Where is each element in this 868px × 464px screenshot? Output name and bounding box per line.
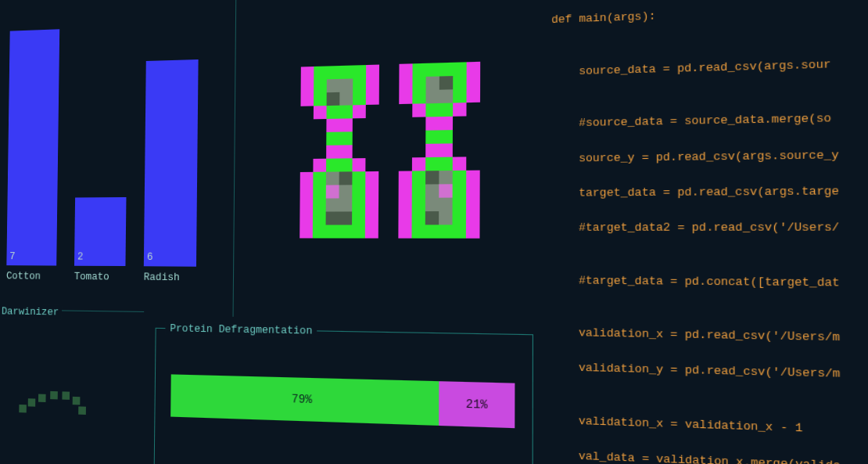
code-editor[interactable]: if torch.c def main(args): source_data =… (551, 0, 868, 464)
code-line (551, 307, 868, 312)
chromosome-pair-icon (299, 62, 480, 239)
darwinizer-panel: Darwinizer (0, 309, 144, 464)
svg-rect-2 (38, 394, 46, 402)
code-line: validation_x = validation_x - 1 (551, 412, 868, 444)
svg-rect-4 (62, 391, 70, 400)
protein-seg-b-label: 21% (466, 397, 488, 412)
bar-cotton: 7 Cotton (6, 29, 61, 282)
code-line: source_data = pd.read_csv(args.sour (551, 52, 868, 81)
protein-bar: 79% 21% (170, 374, 515, 428)
protein-segment-a: 79% (170, 374, 439, 426)
spiral-icon (12, 349, 102, 431)
code-line (551, 88, 868, 98)
code-line: source_y = pd.read_csv(args.source_y (551, 144, 868, 167)
svg-rect-0 (19, 405, 27, 412)
code-line: #target_data = pd.concat([target_dat (551, 272, 868, 293)
svg-rect-3 (50, 391, 58, 399)
bar-label: Tomato (74, 271, 109, 283)
code-line: target_data = pd.read_csv(args.targe (551, 182, 868, 202)
bar-chart: 7 Cotton 2 Tomato 6 Radish (6, 8, 221, 284)
code-line: val_data = validation_x.merge(valida (551, 447, 868, 464)
bar-label: Cotton (6, 270, 41, 282)
protein-defrag-panel: Protein Defragmentation 79% 21% (154, 328, 533, 464)
code-line: def main(args): (551, 0, 868, 29)
svg-rect-5 (73, 397, 81, 405)
code-line: #source_data = source_data.merge(so (551, 107, 868, 133)
chromosome-right-icon (398, 62, 480, 239)
protein-segment-b: 21% (439, 381, 515, 428)
bar-tomato: 2 Tomato (74, 197, 128, 283)
code-line: validation_x = pd.read_csv('/Users/m (551, 324, 868, 349)
darwinizer-title: Darwinizer (0, 304, 62, 319)
code-line (551, 394, 868, 406)
code-line (551, 254, 868, 256)
code-line (551, 34, 868, 47)
bar-value: 6 (147, 251, 153, 263)
chromosome-panel (242, 0, 543, 322)
chromosome-left-icon (299, 65, 379, 239)
bar-value: 2 (77, 250, 84, 262)
bar-value: 7 (9, 250, 15, 262)
bar-label: Radish (144, 271, 180, 283)
svg-rect-1 (28, 398, 36, 406)
bar-chart-panel: 7 Cotton 2 Tomato 6 Radish (5, 0, 236, 317)
code-line: #target_data2 = pd.read_csv('/Users/ (551, 218, 868, 237)
protein-seg-a-label: 79% (292, 393, 312, 407)
code-line: validation_y = pd.read_csv('/Users/m (551, 359, 868, 387)
svg-rect-6 (78, 406, 86, 415)
protein-title: Protein Defragmentation (165, 322, 317, 337)
bar-radish: 6 Radish (144, 59, 200, 284)
